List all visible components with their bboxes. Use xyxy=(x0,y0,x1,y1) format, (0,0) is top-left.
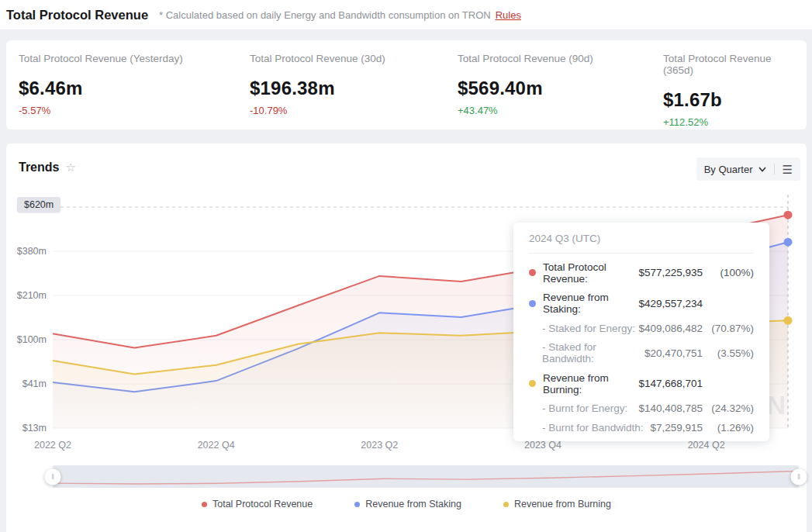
chart-controls: By Quarter ☰ xyxy=(696,157,800,181)
stat-change: +112.52% xyxy=(663,116,799,128)
legend-item[interactable]: Revenue from Staking xyxy=(354,499,461,510)
trends-header: Trends ☆ xyxy=(19,161,76,174)
stat-value: $1.67b xyxy=(663,89,799,111)
controls-divider xyxy=(774,164,775,174)
stat-card-365d: Total Protocol Revenue (365d) $1.67b +11… xyxy=(663,53,807,130)
stat-card-yesterday: Total Protocol Revenue (Yesterday) $6.46… xyxy=(19,53,250,130)
legend-label: Total Protocol Revenue xyxy=(213,499,313,510)
stat-value: $6.46m xyxy=(19,78,242,99)
stat-change: +43.47% xyxy=(458,105,655,116)
tooltip-row-percent: (3.55%) xyxy=(703,347,754,359)
svg-text:$41m: $41m xyxy=(22,378,47,389)
handle-grip-icon: ‖ xyxy=(51,473,54,481)
svg-text:2022 Q4: 2022 Q4 xyxy=(198,440,235,451)
legend-item[interactable]: Revenue from Burning xyxy=(503,499,611,510)
stats-panel: Total Protocol Revenue (Yesterday) $6.46… xyxy=(6,40,807,130)
series-dot-icon xyxy=(529,300,536,307)
svg-text:2023 Q4: 2023 Q4 xyxy=(524,440,561,451)
tooltip-row: - Burnt for Bandwidth:$7,259,915(1.26%) xyxy=(529,414,754,434)
tooltip-row-value: $429,557,234 xyxy=(638,298,703,309)
series-dot-icon xyxy=(529,380,536,387)
svg-text:2024 Q2: 2024 Q2 xyxy=(688,440,725,451)
trends-chart[interactable]: $13m$41m$100m$210m$380m$620m2022 Q22022 … xyxy=(6,190,807,460)
tooltip-row-value: $7,259,915 xyxy=(650,422,703,434)
rules-link[interactable]: Rules xyxy=(496,9,521,21)
stat-label: Total Protocol Revenue (Yesterday) xyxy=(19,53,242,64)
legend-item[interactable]: Total Protocol Revenue xyxy=(202,499,313,510)
legend-dot-icon xyxy=(354,502,360,507)
tooltip-title: 2024 Q3 (UTC) xyxy=(529,233,754,254)
tooltip-row: Revenue from Burning:$147,668,701 xyxy=(529,364,754,396)
chart-tooltip: 2024 Q3 (UTC) Total Protocol Revenue:$57… xyxy=(513,223,769,441)
slider-minichart xyxy=(53,465,799,488)
tooltip-row-value: $409,086,482 xyxy=(638,323,703,334)
legend-label: Revenue from Staking xyxy=(365,499,461,510)
stat-change: -10.79% xyxy=(250,105,450,116)
legend-dot-icon xyxy=(202,502,207,507)
tooltip-row-label: - Staked for Energy: xyxy=(529,323,638,334)
page-title: Total Protocol Revenue xyxy=(6,8,148,22)
tooltip-row-percent: (24.32%) xyxy=(703,402,754,414)
svg-text:2023 Q2: 2023 Q2 xyxy=(361,440,398,451)
tooltip-row-label: - Staked for Bandwidth: xyxy=(529,341,644,364)
stat-value: $196.38m xyxy=(250,78,450,99)
chart-legend: Total Protocol RevenueRevenue from Staki… xyxy=(6,499,807,510)
tooltip-row: Revenue from Staking:$429,557,234 xyxy=(529,285,754,316)
stat-change: -5.57% xyxy=(19,105,242,116)
tooltip-rows: Total Protocol Revenue:$577,225,935(100%… xyxy=(529,254,754,434)
tooltip-row-percent: (70.87%) xyxy=(703,323,754,334)
page-header: Total Protocol Revenue * Calculated base… xyxy=(0,0,812,29)
tooltip-row: - Staked for Bandwidth:$20,470,751(3.55%… xyxy=(529,334,754,365)
handle-grip-icon: ‖ xyxy=(797,473,800,481)
svg-text:$13m: $13m xyxy=(22,423,47,434)
tooltip-row: - Burnt for Energy:$140,408,785(24.32%) xyxy=(529,396,754,415)
svg-text:$210m: $210m xyxy=(17,290,47,301)
legend-dot-icon xyxy=(503,502,509,507)
legend-label: Revenue from Burning xyxy=(514,499,611,510)
axis-pointer-value-label: $620m xyxy=(17,197,60,212)
slider-handle-right[interactable]: ‖ xyxy=(791,468,807,485)
chart-menu-icon[interactable]: ☰ xyxy=(783,164,793,175)
interval-dropdown-label: By Quarter xyxy=(704,164,753,175)
slider-handle-left[interactable]: ‖ xyxy=(45,468,61,485)
tooltip-row-label: Revenue from Staking: xyxy=(529,292,638,315)
chevron-down-icon xyxy=(758,167,766,172)
tooltip-row: - Staked for Energy:$409,086,482(70.87%) xyxy=(529,315,754,334)
stat-card-90d: Total Protocol Revenue (90d) $569.40m +4… xyxy=(458,53,663,130)
tooltip-row-value: $20,470,751 xyxy=(644,347,703,359)
tooltip-row-percent: (100%) xyxy=(703,267,754,278)
trends-panel: Trends ☆ By Quarter ☰ $13m$41m$100m$210m… xyxy=(6,143,807,532)
tooltip-row: Total Protocol Revenue:$577,225,935(100%… xyxy=(529,254,754,285)
stat-label: Total Protocol Revenue (365d) xyxy=(663,53,799,76)
stat-value: $569.40m xyxy=(458,78,655,99)
tooltip-row-label: Total Protocol Revenue: xyxy=(529,261,638,285)
tooltip-row-value: $577,225,935 xyxy=(638,267,703,278)
favorite-star-icon[interactable]: ☆ xyxy=(65,161,75,174)
svg-text:2022 Q2: 2022 Q2 xyxy=(34,440,71,451)
tooltip-row-label: Revenue from Burning: xyxy=(529,372,638,396)
trends-title: Trends xyxy=(19,161,59,174)
tooltip-row-label: - Burnt for Bandwidth: xyxy=(529,422,650,434)
svg-text:$100m: $100m xyxy=(17,334,47,345)
tooltip-row-label: - Burnt for Energy: xyxy=(529,402,638,414)
stat-card-30d: Total Protocol Revenue (30d) $196.38m -1… xyxy=(250,53,458,130)
tooltip-row-percent: (1.26%) xyxy=(703,422,754,434)
svg-text:$380m: $380m xyxy=(17,246,47,257)
stat-label: Total Protocol Revenue (90d) xyxy=(458,53,655,64)
interval-dropdown[interactable]: By Quarter xyxy=(704,164,766,175)
tooltip-row-value: $140,408,785 xyxy=(638,402,703,414)
chart-range-slider[interactable]: ‖ ‖ xyxy=(53,465,799,488)
page-note: * Calculated based on daily Energy and B… xyxy=(159,9,491,21)
stat-label: Total Protocol Revenue (30d) xyxy=(250,53,450,64)
series-dot-icon xyxy=(529,269,536,276)
tooltip-row-value: $147,668,701 xyxy=(638,378,703,389)
